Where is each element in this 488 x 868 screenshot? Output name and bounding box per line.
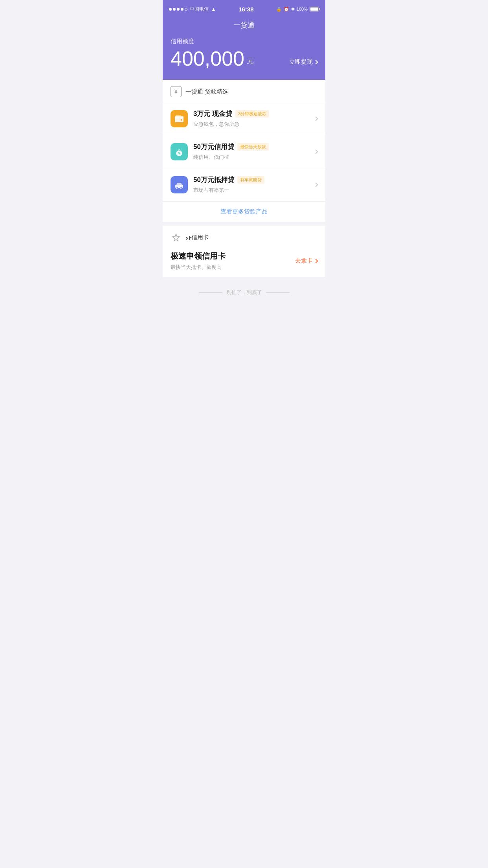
credit-amount: 400,000 元 bbox=[171, 48, 254, 69]
signal-dots bbox=[169, 8, 187, 11]
loan-tag-credit: 最快当天放款 bbox=[237, 143, 269, 151]
battery-fill bbox=[310, 7, 318, 11]
loan-sub-credit: 纯信用、低门槛 bbox=[193, 154, 314, 161]
credit-row: 400,000 元 立即提现 bbox=[171, 48, 317, 69]
loan-tag-cash: 3分钟极速放款 bbox=[235, 110, 269, 118]
car-icon bbox=[174, 180, 184, 190]
dot2 bbox=[173, 8, 176, 11]
status-right: 🔒 ⏰ ✱ 100% bbox=[276, 7, 319, 12]
loan-sub-mortgage: 市场占有率第一 bbox=[193, 187, 314, 194]
svg-point-3 bbox=[181, 119, 182, 121]
status-bar: 中国电信 ▲ 16:38 🔒 ⏰ ✱ 100% bbox=[163, 0, 325, 17]
dot4 bbox=[181, 8, 183, 11]
loan-icon-cash bbox=[171, 110, 188, 127]
lock-icon: 🔒 bbox=[276, 7, 282, 12]
battery-percent: 100% bbox=[297, 7, 308, 11]
credit-card-left: 极速申领信用卡 最快当天批卡、额度高 bbox=[171, 251, 226, 271]
loan-icon-credit: ¥ bbox=[171, 143, 188, 160]
status-left: 中国电信 ▲ bbox=[169, 6, 216, 13]
get-card-chevron bbox=[314, 259, 318, 263]
yen-icon: ¥ bbox=[171, 86, 182, 97]
footer-line: 别扯了，到底了 bbox=[171, 289, 317, 296]
credit-card-header: 办信用卡 bbox=[171, 232, 317, 243]
loan-title-credit: 50万元信用贷 bbox=[193, 142, 234, 151]
loan-section-header: ¥ 一贷通 贷款精选 bbox=[163, 80, 325, 102]
dot1 bbox=[169, 8, 172, 11]
svg-marker-9 bbox=[172, 234, 180, 241]
amount-unit: 元 bbox=[247, 56, 254, 66]
amount-number: 400,000 bbox=[171, 48, 244, 69]
loan-content-credit: 50万元信用贷 最快当天放款 纯信用、低门槛 bbox=[193, 142, 314, 161]
wallet-icon bbox=[174, 114, 184, 124]
loan-chevron-cash bbox=[314, 116, 318, 121]
bluetooth-icon: ✱ bbox=[291, 7, 295, 12]
wifi-icon: ▲ bbox=[211, 6, 216, 12]
loan-section: ¥ 一贷通 贷款精选 3万元 现金贷 3分钟极速放款 应急钱包，急你所急 bbox=[163, 80, 325, 222]
more-products-btn[interactable]: 查看更多贷款产品 bbox=[163, 201, 325, 222]
loan-item-credit[interactable]: ¥ 50万元信用贷 最快当天放款 纯信用、低门槛 bbox=[163, 135, 325, 168]
battery-icon bbox=[310, 7, 319, 11]
loan-title-row-cash: 3万元 现金贷 3分钟极速放款 bbox=[193, 109, 314, 118]
alarm-icon: ⏰ bbox=[284, 7, 289, 12]
page-title: 一贷通 bbox=[171, 20, 317, 30]
dot3 bbox=[177, 8, 180, 11]
loan-section-title: 一贷通 贷款精选 bbox=[185, 88, 228, 96]
loan-chevron-mortgage bbox=[314, 182, 318, 187]
loan-sub-cash: 应急钱包，急你所急 bbox=[193, 121, 314, 128]
loan-tag-mortgage: 有车就能贷 bbox=[237, 176, 264, 184]
svg-text:¥: ¥ bbox=[178, 151, 180, 155]
dot5 bbox=[185, 8, 187, 11]
footer-dash-right bbox=[266, 292, 290, 293]
loan-content-mortgage: 50万元抵押贷 有车就能贷 市场占有率第一 bbox=[193, 175, 314, 194]
moneybag-icon: ¥ bbox=[174, 147, 184, 157]
loan-item-mortgage[interactable]: 50万元抵押贷 有车就能贷 市场占有率第一 bbox=[163, 168, 325, 201]
credit-card-section: 办信用卡 极速申领信用卡 最快当天批卡、额度高 去拿卡 bbox=[163, 226, 325, 277]
footer-text: 别扯了，到底了 bbox=[226, 289, 262, 296]
footer: 别扯了，到底了 bbox=[163, 281, 325, 304]
svg-point-7 bbox=[176, 187, 178, 189]
loan-title-row-mortgage: 50万元抵押贷 有车就能贷 bbox=[193, 175, 314, 184]
withdraw-label: 立即提现 bbox=[289, 58, 313, 66]
loan-title-cash: 3万元 现金贷 bbox=[193, 109, 232, 118]
loan-icon-mortgage bbox=[171, 176, 188, 193]
credit-card-sub: 最快当天批卡、额度高 bbox=[171, 264, 226, 271]
chevron-right-icon bbox=[314, 60, 318, 64]
credit-label: 信用额度 bbox=[171, 38, 317, 45]
header: 一贷通 信用额度 400,000 元 立即提现 bbox=[163, 17, 325, 80]
carrier-label: 中国电信 bbox=[190, 6, 209, 13]
footer-dash-left bbox=[199, 292, 222, 293]
star-icon bbox=[171, 232, 182, 243]
loan-title-mortgage: 50万元抵押贷 bbox=[193, 175, 234, 184]
loan-item-cash[interactable]: 3万元 现金贷 3分钟极速放款 应急钱包，急你所急 bbox=[163, 102, 325, 135]
credit-card-header-title: 办信用卡 bbox=[185, 234, 209, 241]
credit-card-title: 极速申领信用卡 bbox=[171, 251, 226, 261]
loan-title-row-credit: 50万元信用贷 最快当天放款 bbox=[193, 142, 314, 151]
more-products-label: 查看更多贷款产品 bbox=[220, 208, 268, 215]
svg-rect-2 bbox=[176, 115, 181, 117]
svg-point-8 bbox=[180, 187, 182, 189]
status-time: 16:38 bbox=[238, 6, 253, 13]
get-card-label: 去拿卡 bbox=[295, 257, 313, 265]
withdraw-button[interactable]: 立即提现 bbox=[289, 58, 317, 69]
credit-card-content: 极速申领信用卡 最快当天批卡、额度高 去拿卡 bbox=[171, 251, 317, 271]
get-card-button[interactable]: 去拿卡 bbox=[295, 257, 317, 265]
loan-chevron-credit bbox=[314, 149, 318, 154]
loan-content-cash: 3万元 现金贷 3分钟极速放款 应急钱包，急你所急 bbox=[193, 109, 314, 128]
